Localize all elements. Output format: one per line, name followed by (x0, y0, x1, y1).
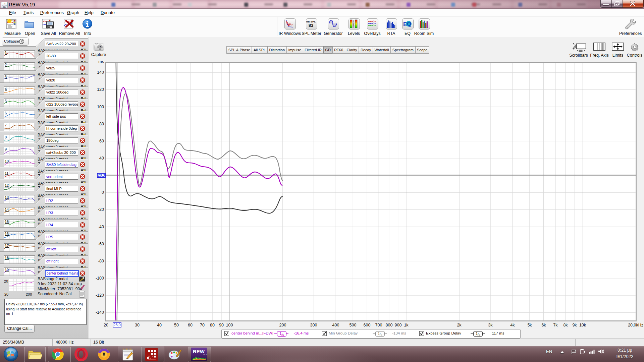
svg-text:9: 9 (353, 26, 355, 28)
svg-text:V5.1: V5.1 (203, 354, 207, 356)
svg-text:83: 83 (309, 23, 313, 28)
svg-text:Q: Q (407, 21, 411, 27)
